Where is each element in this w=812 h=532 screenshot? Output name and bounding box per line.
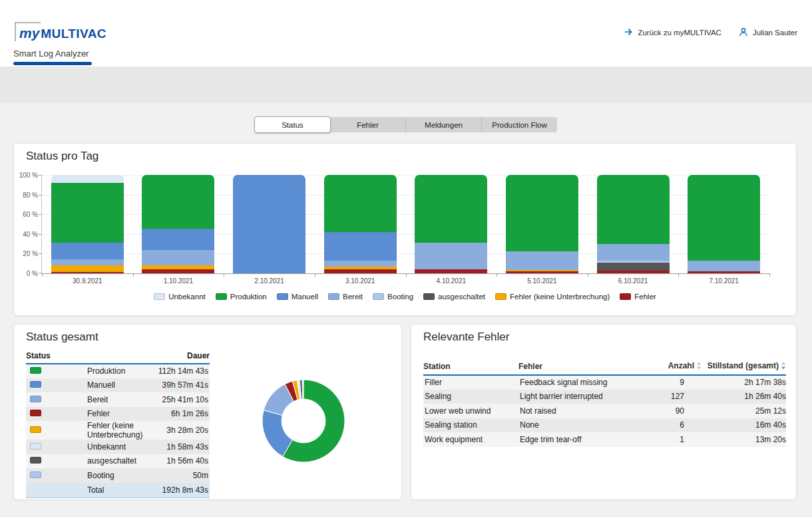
- errors-table-header-row: Station Fehler Anzahl Stillstand (gesamt…: [423, 358, 786, 375]
- x-tick: [315, 274, 315, 277]
- legend-item-bereit[interactable]: Bereit: [328, 293, 363, 301]
- legend-item-unbekannt[interactable]: Unbekannt: [154, 293, 206, 301]
- view-tab-status[interactable]: Status: [254, 116, 331, 133]
- error-text: None: [518, 418, 642, 433]
- error-text: Not raised: [518, 404, 642, 418]
- status-table-header-row: Status Dauer: [26, 348, 210, 364]
- y-tick-label: 0 %: [27, 270, 38, 277]
- dauer-column-header: Dauer: [148, 348, 210, 364]
- x-tick: [406, 274, 407, 277]
- bar-segment-produktion: [324, 175, 397, 232]
- filter-bar: Maschine R535_100000 Zeitraum 30.9.2021 …: [0, 66, 812, 103]
- x-axis-label: 30.9.2021: [42, 277, 133, 285]
- status-label: Booting: [87, 468, 148, 483]
- bar-segment-bereit: [324, 261, 397, 267]
- legend-item-fehler-keine-unterbrechung[interactable]: Fehler (keine Unterbrechung): [495, 293, 610, 301]
- bar-segment-produktion: [415, 175, 487, 243]
- total-duration: 192h 8m 43s: [148, 483, 210, 498]
- status-column-header: Status: [26, 348, 148, 364]
- stacked-bar-7-10-2021: [688, 175, 760, 273]
- status-swatch: [30, 426, 41, 433]
- status-duration: 6h 1m 26s: [148, 407, 210, 422]
- error-station: Lower web unwind: [423, 404, 518, 418]
- chart-card-title: Status pro Tag: [26, 150, 99, 163]
- legend-item-booting[interactable]: Booting: [373, 293, 413, 301]
- user-menu[interactable]: Julian Sauter: [739, 27, 797, 38]
- y-tick-label: 80 %: [23, 191, 38, 198]
- bar-segment-produktion: [597, 175, 670, 244]
- errors-card-title: Relevante Fehler: [423, 331, 509, 344]
- x-axis-label: 1.10.2021: [133, 277, 224, 285]
- error-count: 1: [642, 432, 702, 447]
- bar-segment-produktion: [688, 175, 760, 261]
- legend-item-produktion[interactable]: Produktion: [216, 293, 267, 301]
- legend-item-manuell[interactable]: Manuell: [277, 293, 318, 301]
- bar-segment-bereit: [142, 250, 214, 266]
- tab-smart-log-analyzer[interactable]: Smart Log Analyzer: [13, 49, 89, 59]
- stacked-bar-30-9-2021: [51, 175, 124, 273]
- legend-item-ausgeschaltet[interactable]: ausgeschaltet: [423, 293, 485, 301]
- error-text: Edge trim tear-off: [518, 432, 642, 447]
- sort-icon: [696, 362, 702, 372]
- status-label: Fehler (keine Unterbrechung): [87, 421, 148, 440]
- bar-segment-fehler: [51, 272, 124, 273]
- legend-label: Fehler: [634, 293, 656, 301]
- error-downtime: 1h 26m 40s: [702, 390, 786, 404]
- status-duration: 50m: [148, 468, 210, 483]
- bar-segment-unbekannt: [51, 175, 124, 183]
- x-axis-label: 4.10.2021: [406, 277, 497, 285]
- stacked-bar-1-10-2021: [142, 175, 214, 273]
- y-tick-label: 20 %: [23, 250, 38, 257]
- status-row-ausgeschaltet: ausgeschaltet1h 56m 40s: [26, 454, 210, 469]
- error-station: Filler: [423, 375, 518, 390]
- error-row-filler: FillerFeedback signal missing92h 17m 38s: [423, 375, 786, 390]
- status-total-row: Total 192h 8m 43s: [26, 483, 210, 498]
- view-tab-fehler[interactable]: Fehler: [330, 117, 405, 132]
- error-count: 90: [642, 404, 702, 418]
- status-duration: 3h 28m 20s: [148, 421, 210, 440]
- bar-segment-ausgeschaltet: [597, 263, 670, 271]
- bar-segment-manuell: [142, 229, 214, 249]
- status-row-produktion: Produktion112h 14m 43s: [26, 364, 210, 378]
- status-label: Fehler: [87, 407, 148, 422]
- status-per-day-card: Status pro Tag 0 %20 %40 %60 %80 %100 % …: [13, 143, 797, 316]
- main-content: StatusFehlerMeldungenProduction Flow Sta…: [0, 103, 812, 517]
- error-text: Feedback signal missing: [518, 375, 642, 390]
- active-tab-indicator: [13, 62, 92, 65]
- stacked-bar-3-10-2021: [324, 175, 397, 273]
- stillstand-column-header[interactable]: Stillstand (gesamt): [702, 358, 786, 375]
- stacked-bar-6-10-2021: [597, 175, 670, 273]
- status-label: Unbekannt: [87, 440, 148, 454]
- y-axis: 0 %20 %40 %60 %80 %100 %: [14, 175, 39, 273]
- bar-segment-manuell: [324, 232, 397, 261]
- legend-swatch: [620, 293, 631, 300]
- bar-segment-produktion: [506, 175, 578, 251]
- legend-label: Bereit: [343, 293, 363, 301]
- donut-slice-booting: [302, 380, 304, 399]
- status-card-title: Status gesamt: [26, 331, 99, 344]
- view-tab-production-flow[interactable]: Production Flow: [481, 117, 557, 132]
- legend-swatch: [277, 293, 288, 300]
- legend-item-fehler[interactable]: Fehler: [620, 293, 656, 301]
- total-label: Total: [87, 483, 148, 498]
- y-axis-line: [41, 175, 42, 273]
- bar-segment-fehler-keine-unterbrechung: [51, 265, 124, 272]
- logo-bracket: my: [15, 22, 41, 41]
- status-swatch: [30, 396, 41, 402]
- logo-brand-text: MULTIVAC: [41, 27, 106, 41]
- error-downtime: 13m 20s: [702, 432, 786, 447]
- status-duration: 39h 57m 41s: [148, 378, 210, 393]
- bar-segment-bereit: [506, 251, 578, 269]
- back-to-mymultivac-link[interactable]: Zurück zu myMULTIVAC: [624, 28, 721, 37]
- x-axis-label: 7.10.2021: [678, 277, 769, 285]
- y-tick-label: 100 %: [19, 172, 38, 179]
- bar-segment-bereit: [415, 243, 487, 269]
- x-axis-label: 6.10.2021: [588, 277, 679, 285]
- status-duration: 1h 58m 43s: [148, 440, 210, 454]
- legend-label: ausgeschaltet: [438, 293, 485, 301]
- view-tab-meldungen[interactable]: Meldungen: [405, 117, 481, 132]
- error-count: 9: [642, 375, 702, 390]
- bar-segment-bereit: [597, 244, 670, 261]
- anzahl-column-header[interactable]: Anzahl: [642, 358, 702, 375]
- x-tick: [42, 274, 43, 277]
